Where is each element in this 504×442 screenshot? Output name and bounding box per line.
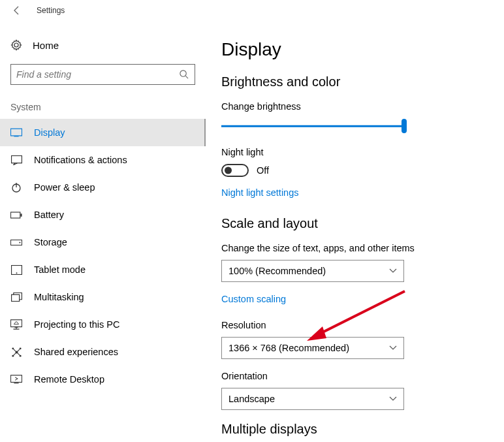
main-content: Display Brightness and color Change brig… [206,21,504,442]
night-light-label: Night light [221,147,491,157]
back-button[interactable] [10,4,24,17]
sidebar-item-multitasking[interactable]: Multitasking [0,283,206,311]
sidebar-item-label: Tablet mode [34,264,86,275]
titlebar: Settings [0,0,504,21]
svg-point-10 [19,242,20,243]
sidebar-item-label: Battery [34,210,64,220]
home-nav-item[interactable]: Home [0,34,206,56]
svg-point-0 [180,71,186,76]
orientation-select[interactable]: Landscape [221,388,404,410]
sidebar-item-label: Shared experiences [34,347,118,357]
power-icon [10,182,22,193]
monitor-icon [10,127,22,138]
sidebar-item-label: Notifications & actions [34,155,127,165]
remote-icon [10,373,22,385]
svg-marker-15 [14,322,18,324]
sidebar-item-projecting[interactable]: Projecting to this PC [0,311,206,338]
sidebar-item-power[interactable]: Power & sleep [0,174,206,201]
brightness-slider-label: Change brightness [221,101,491,112]
night-light-settings-link[interactable]: Night light settings [221,187,298,198]
sidebar-item-label: Remote Desktop [34,374,104,385]
chevron-down-icon [389,396,397,402]
text-size-label: Change the size of text, apps, and other… [221,243,491,253]
sidebar-item-remote[interactable]: Remote Desktop [0,366,206,393]
svg-point-12 [16,272,17,274]
sidebar: Home System Display Notifications & acti… [0,21,206,442]
sidebar-item-label: Storage [34,237,67,247]
sidebar-item-notifications[interactable]: Notifications & actions [0,146,206,174]
chevron-down-icon [389,345,397,351]
search-icon [179,69,189,80]
sidebar-item-storage[interactable]: Storage [0,229,206,256]
orientation-label: Orientation [221,371,491,381]
chevron-down-icon [389,268,397,274]
sidebar-item-label: Power & sleep [34,182,95,193]
night-light-state: Off [257,165,269,176]
projecting-icon [10,319,22,330]
custom-scaling-link[interactable]: Custom scaling [221,294,286,304]
sidebar-item-label: Projecting to this PC [34,319,119,330]
sidebar-item-shared[interactable]: Shared experiences [0,338,206,366]
svg-rect-13 [11,294,19,301]
toggle-knob [225,167,232,174]
sidebar-item-tablet[interactable]: Tablet mode [0,256,206,283]
sidebar-item-label: Display [34,127,65,138]
multitasking-icon [10,291,22,303]
section-multiple-displays-title: Multiple displays [221,422,491,437]
orientation-value: Landscape [228,394,275,404]
text-size-value: 100% (Recommended) [228,266,326,276]
search-input-container[interactable] [10,64,195,85]
svg-rect-2 [10,129,22,136]
slider-thumb[interactable] [402,119,407,133]
resolution-select[interactable]: 1366 × 768 (Recommended) [221,337,404,359]
sidebar-item-display[interactable]: Display [0,119,206,146]
sidebar-item-battery[interactable]: Battery [0,201,206,229]
home-label: Home [33,40,59,51]
svg-rect-7 [10,212,20,218]
night-light-toggle[interactable] [221,164,249,177]
resolution-label: Resolution [221,320,491,330]
gear-icon [10,39,22,51]
section-brightness-title: Brightness and color [221,74,491,89]
slider-track [221,125,404,127]
notification-icon [10,154,22,166]
resolution-value: 1366 × 768 (Recommended) [228,343,349,353]
battery-icon [10,209,22,221]
svg-rect-4 [11,155,22,163]
storage-icon [10,236,22,248]
svg-rect-21 [10,375,22,383]
window-title: Settings [37,6,65,15]
brightness-slider[interactable] [221,118,404,134]
svg-rect-14 [10,320,22,327]
text-size-select[interactable]: 100% (Recommended) [221,260,404,282]
shared-icon [10,346,22,358]
svg-rect-8 [20,213,22,217]
svg-line-1 [185,76,188,78]
section-scale-title: Scale and layout [221,216,491,231]
sidebar-item-label: Multitasking [34,292,84,302]
page-title: Display [221,39,491,60]
section-label: System [0,97,206,119]
tablet-icon [10,264,22,276]
search-input[interactable] [16,69,179,80]
